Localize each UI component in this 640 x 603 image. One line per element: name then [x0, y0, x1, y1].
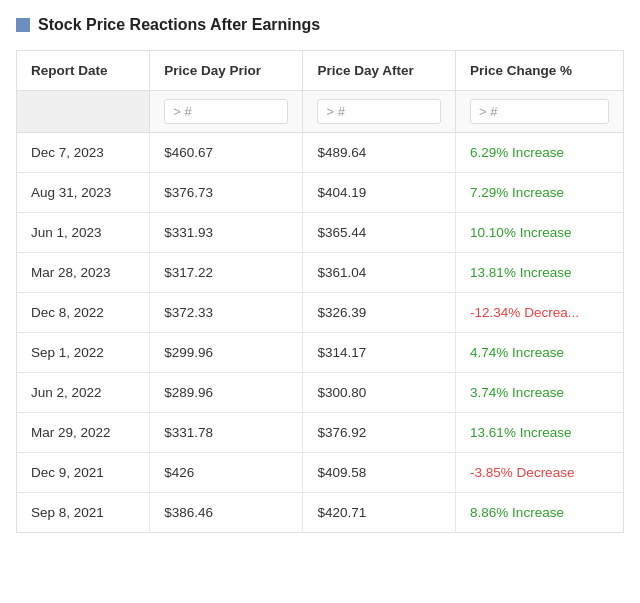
cell-price-prior: $289.96: [150, 373, 303, 413]
filter-after-text: > #: [326, 104, 344, 119]
cell-date: Aug 31, 2023: [17, 173, 150, 213]
cell-price-after: $365.44: [303, 213, 456, 253]
page-container: Stock Price Reactions After Earnings Rep…: [0, 0, 640, 549]
cell-date: Jun 2, 2022: [17, 373, 150, 413]
cell-price-change: 7.29% Increase: [456, 173, 624, 213]
cell-price-after: $361.04: [303, 253, 456, 293]
filter-change-input[interactable]: > #: [470, 99, 609, 124]
filter-prior-input[interactable]: > #: [164, 99, 288, 124]
cell-price-prior: $331.78: [150, 413, 303, 453]
cell-price-change: 6.29% Increase: [456, 133, 624, 173]
cell-price-prior: $376.73: [150, 173, 303, 213]
cell-price-prior: $460.67: [150, 133, 303, 173]
table-row: Sep 8, 2021$386.46$420.718.86% Increase: [17, 493, 624, 533]
cell-date: Sep 8, 2021: [17, 493, 150, 533]
filter-prior[interactable]: > #: [150, 91, 303, 133]
cell-date: Dec 9, 2021: [17, 453, 150, 493]
header-row: Report Date Price Day Prior Price Day Af…: [17, 51, 624, 91]
cell-price-prior: $426: [150, 453, 303, 493]
table-row: Mar 29, 2022$331.78$376.9213.61% Increas…: [17, 413, 624, 453]
table-row: Jun 2, 2022$289.96$300.803.74% Increase: [17, 373, 624, 413]
col-header-price-change: Price Change %: [456, 51, 624, 91]
title-icon: [16, 18, 30, 32]
table-row: Jun 1, 2023$331.93$365.4410.10% Increase: [17, 213, 624, 253]
cell-price-after: $489.64: [303, 133, 456, 173]
table-row: Sep 1, 2022$299.96$314.174.74% Increase: [17, 333, 624, 373]
cell-price-after: $314.17: [303, 333, 456, 373]
cell-price-change: 13.61% Increase: [456, 413, 624, 453]
table-row: Mar 28, 2023$317.22$361.0413.81% Increas…: [17, 253, 624, 293]
cell-date: Dec 7, 2023: [17, 133, 150, 173]
cell-price-prior: $331.93: [150, 213, 303, 253]
cell-price-prior: $317.22: [150, 253, 303, 293]
filter-row: > # > # > #: [17, 91, 624, 133]
cell-price-change: 10.10% Increase: [456, 213, 624, 253]
cell-price-after: $420.71: [303, 493, 456, 533]
col-header-price-prior: Price Day Prior: [150, 51, 303, 91]
filter-prior-text: > #: [173, 104, 191, 119]
cell-price-change: 13.81% Increase: [456, 253, 624, 293]
cell-date: Mar 28, 2023: [17, 253, 150, 293]
cell-price-change: 3.74% Increase: [456, 373, 624, 413]
filter-change-text: > #: [479, 104, 497, 119]
cell-date: Mar 29, 2022: [17, 413, 150, 453]
cell-price-prior: $386.46: [150, 493, 303, 533]
filter-after[interactable]: > #: [303, 91, 456, 133]
cell-price-after: $404.19: [303, 173, 456, 213]
cell-price-prior: $372.33: [150, 293, 303, 333]
cell-price-after: $376.92: [303, 413, 456, 453]
title-row: Stock Price Reactions After Earnings: [16, 16, 624, 34]
col-header-price-after: Price Day After: [303, 51, 456, 91]
filter-date: [17, 91, 150, 133]
cell-date: Sep 1, 2022: [17, 333, 150, 373]
table-row: Dec 9, 2021$426$409.58-3.85% Decrease: [17, 453, 624, 493]
cell-date: Jun 1, 2023: [17, 213, 150, 253]
table-body: > # > # > # Dec 7, 2023$460.67$489.646.2…: [17, 91, 624, 533]
cell-price-after: $326.39: [303, 293, 456, 333]
cell-price-after: $300.80: [303, 373, 456, 413]
cell-price-change: 4.74% Increase: [456, 333, 624, 373]
cell-price-change: 8.86% Increase: [456, 493, 624, 533]
table-row: Aug 31, 2023$376.73$404.197.29% Increase: [17, 173, 624, 213]
cell-price-change: -3.85% Decrease: [456, 453, 624, 493]
cell-date: Dec 8, 2022: [17, 293, 150, 333]
page-title: Stock Price Reactions After Earnings: [38, 16, 320, 34]
filter-change[interactable]: > #: [456, 91, 624, 133]
cell-price-change: -12.34% Decrea...: [456, 293, 624, 333]
earnings-table: Report Date Price Day Prior Price Day Af…: [16, 50, 624, 533]
cell-price-prior: $299.96: [150, 333, 303, 373]
filter-after-input[interactable]: > #: [317, 99, 441, 124]
table-row: Dec 8, 2022$372.33$326.39-12.34% Decrea.…: [17, 293, 624, 333]
table-row: Dec 7, 2023$460.67$489.646.29% Increase: [17, 133, 624, 173]
col-header-report-date: Report Date: [17, 51, 150, 91]
cell-price-after: $409.58: [303, 453, 456, 493]
